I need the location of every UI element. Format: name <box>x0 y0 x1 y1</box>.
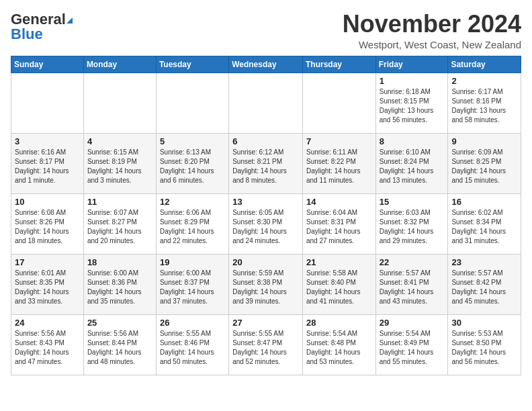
day-info: Sunrise: 6:07 AMSunset: 8:27 PMDaylight:… <box>87 208 152 246</box>
day-number: 4 <box>87 136 152 146</box>
day-info: Sunrise: 5:56 AMSunset: 8:43 PMDaylight:… <box>15 329 80 367</box>
page-header: General Blue November 2024 Westport, Wes… <box>11 11 521 50</box>
day-number: 12 <box>160 197 225 207</box>
calendar-day-header: Wednesday <box>229 56 303 73</box>
calendar-day-header: Sunday <box>11 56 84 73</box>
calendar-day-cell: 26Sunrise: 5:55 AMSunset: 8:46 PMDayligh… <box>156 314 228 375</box>
calendar-day-cell: 2Sunrise: 6:17 AMSunset: 8:16 PMDaylight… <box>448 73 521 133</box>
month-title: November 2024 <box>343 11 521 38</box>
calendar-day-cell: 3Sunrise: 6:16 AMSunset: 8:17 PMDaylight… <box>11 133 84 193</box>
logo-blue: Blue <box>11 26 43 43</box>
calendar-day-cell: 1Sunrise: 6:18 AMSunset: 8:15 PMDaylight… <box>375 73 448 133</box>
calendar-day-header: Saturday <box>448 56 521 73</box>
day-info: Sunrise: 6:04 AMSunset: 8:31 PMDaylight:… <box>306 208 372 246</box>
day-info: Sunrise: 5:57 AMSunset: 8:42 PMDaylight:… <box>451 269 517 306</box>
day-info: Sunrise: 5:54 AMSunset: 8:48 PMDaylight:… <box>306 329 372 367</box>
calendar-day-cell: 9Sunrise: 6:09 AMSunset: 8:25 PMDaylight… <box>448 133 521 193</box>
calendar-week-row: 10Sunrise: 6:08 AMSunset: 8:26 PMDayligh… <box>11 193 521 254</box>
calendar-day-cell: 18Sunrise: 6:00 AMSunset: 8:36 PMDayligh… <box>83 254 156 314</box>
day-number: 27 <box>232 318 299 328</box>
calendar-day-cell: 13Sunrise: 6:05 AMSunset: 8:30 PMDayligh… <box>229 193 303 254</box>
calendar-day-cell: 28Sunrise: 5:54 AMSunset: 8:48 PMDayligh… <box>302 314 375 375</box>
calendar-day-cell: 11Sunrise: 6:07 AMSunset: 8:27 PMDayligh… <box>83 193 156 254</box>
title-block: November 2024 Westport, West Coast, New … <box>343 11 521 50</box>
day-info: Sunrise: 5:58 AMSunset: 8:40 PMDaylight:… <box>306 269 372 306</box>
day-number: 13 <box>232 197 299 207</box>
day-number: 3 <box>15 136 80 146</box>
day-info: Sunrise: 6:10 AMSunset: 8:24 PMDaylight:… <box>380 148 445 185</box>
day-info: Sunrise: 6:16 AMSunset: 8:17 PMDaylight:… <box>15 148 80 185</box>
calendar-week-row: 17Sunrise: 6:01 AMSunset: 8:35 PMDayligh… <box>11 254 521 314</box>
day-number: 29 <box>380 318 445 328</box>
day-info: Sunrise: 6:15 AMSunset: 8:19 PMDaylight:… <box>87 148 152 185</box>
calendar-table: SundayMondayTuesdayWednesdayThursdayFrid… <box>11 56 521 375</box>
day-info: Sunrise: 5:59 AMSunset: 8:38 PMDaylight:… <box>232 269 299 306</box>
calendar-day-cell: 24Sunrise: 5:56 AMSunset: 8:43 PMDayligh… <box>11 314 84 375</box>
location-subtitle: Westport, West Coast, New Zealand <box>343 39 521 50</box>
calendar-day-cell: 8Sunrise: 6:10 AMSunset: 8:24 PMDaylight… <box>375 133 448 193</box>
calendar-day-header: Tuesday <box>156 56 228 73</box>
calendar-day-cell: 4Sunrise: 6:15 AMSunset: 8:19 PMDaylight… <box>83 133 156 193</box>
calendar-day-cell: 12Sunrise: 6:06 AMSunset: 8:29 PMDayligh… <box>156 193 228 254</box>
calendar-day-cell: 7Sunrise: 6:11 AMSunset: 8:22 PMDaylight… <box>302 133 375 193</box>
calendar-header-row: SundayMondayTuesdayWednesdayThursdayFrid… <box>11 56 521 73</box>
calendar-day-cell: 23Sunrise: 5:57 AMSunset: 8:42 PMDayligh… <box>448 254 521 314</box>
calendar-day-cell: 22Sunrise: 5:57 AMSunset: 8:41 PMDayligh… <box>375 254 448 314</box>
day-number: 14 <box>306 197 372 207</box>
calendar-day-cell: 19Sunrise: 6:00 AMSunset: 8:37 PMDayligh… <box>156 254 228 314</box>
day-info: Sunrise: 6:11 AMSunset: 8:22 PMDaylight:… <box>306 148 372 185</box>
calendar-day-cell: 27Sunrise: 5:55 AMSunset: 8:47 PMDayligh… <box>229 314 303 375</box>
day-number: 18 <box>87 257 152 267</box>
calendar-day-cell: 29Sunrise: 5:54 AMSunset: 8:49 PMDayligh… <box>375 314 448 375</box>
day-info: Sunrise: 6:01 AMSunset: 8:35 PMDaylight:… <box>15 269 80 306</box>
calendar-day-cell <box>229 73 303 133</box>
day-info: Sunrise: 6:09 AMSunset: 8:25 PMDaylight:… <box>451 148 517 185</box>
calendar-day-cell <box>302 73 375 133</box>
day-info: Sunrise: 6:08 AMSunset: 8:26 PMDaylight:… <box>15 208 80 246</box>
day-number: 25 <box>87 318 152 328</box>
day-number: 21 <box>306 257 372 267</box>
calendar-week-row: 1Sunrise: 6:18 AMSunset: 8:15 PMDaylight… <box>11 73 521 133</box>
day-number: 30 <box>451 318 517 328</box>
calendar-day-cell <box>83 73 156 133</box>
calendar-week-row: 24Sunrise: 5:56 AMSunset: 8:43 PMDayligh… <box>11 314 521 375</box>
calendar-day-cell: 5Sunrise: 6:13 AMSunset: 8:20 PMDaylight… <box>156 133 228 193</box>
calendar-day-cell: 21Sunrise: 5:58 AMSunset: 8:40 PMDayligh… <box>302 254 375 314</box>
calendar-day-cell: 6Sunrise: 6:12 AMSunset: 8:21 PMDaylight… <box>229 133 303 193</box>
day-number: 10 <box>15 197 80 207</box>
day-number: 19 <box>160 257 225 267</box>
day-number: 17 <box>15 257 80 267</box>
day-number: 15 <box>380 197 445 207</box>
day-info: Sunrise: 6:05 AMSunset: 8:30 PMDaylight:… <box>232 208 299 246</box>
day-info: Sunrise: 6:02 AMSunset: 8:34 PMDaylight:… <box>451 208 517 246</box>
day-info: Sunrise: 6:00 AMSunset: 8:36 PMDaylight:… <box>87 269 152 306</box>
logo: General Blue <box>11 11 73 43</box>
day-info: Sunrise: 5:55 AMSunset: 8:46 PMDaylight:… <box>160 329 225 367</box>
calendar-day-cell: 14Sunrise: 6:04 AMSunset: 8:31 PMDayligh… <box>302 193 375 254</box>
day-number: 8 <box>380 136 445 146</box>
day-info: Sunrise: 6:18 AMSunset: 8:15 PMDaylight:… <box>380 87 445 125</box>
day-info: Sunrise: 5:57 AMSunset: 8:41 PMDaylight:… <box>380 269 445 306</box>
day-info: Sunrise: 6:17 AMSunset: 8:16 PMDaylight:… <box>451 87 517 125</box>
day-number: 23 <box>451 257 517 267</box>
day-number: 24 <box>15 318 80 328</box>
calendar-week-row: 3Sunrise: 6:16 AMSunset: 8:17 PMDaylight… <box>11 133 521 193</box>
day-number: 26 <box>160 318 225 328</box>
day-info: Sunrise: 5:56 AMSunset: 8:44 PMDaylight:… <box>87 329 152 367</box>
calendar-day-cell: 20Sunrise: 5:59 AMSunset: 8:38 PMDayligh… <box>229 254 303 314</box>
calendar-day-cell <box>11 73 84 133</box>
day-info: Sunrise: 6:00 AMSunset: 8:37 PMDaylight:… <box>160 269 225 306</box>
day-number: 1 <box>380 76 445 86</box>
day-number: 9 <box>451 136 517 146</box>
day-info: Sunrise: 6:03 AMSunset: 8:32 PMDaylight:… <box>380 208 445 246</box>
day-number: 28 <box>306 318 372 328</box>
day-number: 20 <box>232 257 299 267</box>
day-info: Sunrise: 6:13 AMSunset: 8:20 PMDaylight:… <box>160 148 225 185</box>
day-number: 5 <box>160 136 225 146</box>
day-number: 7 <box>306 136 372 146</box>
calendar-day-cell <box>156 73 228 133</box>
calendar-day-header: Monday <box>83 56 156 73</box>
calendar-day-cell: 15Sunrise: 6:03 AMSunset: 8:32 PMDayligh… <box>375 193 448 254</box>
calendar-day-cell: 17Sunrise: 6:01 AMSunset: 8:35 PMDayligh… <box>11 254 84 314</box>
calendar-day-header: Thursday <box>302 56 375 73</box>
